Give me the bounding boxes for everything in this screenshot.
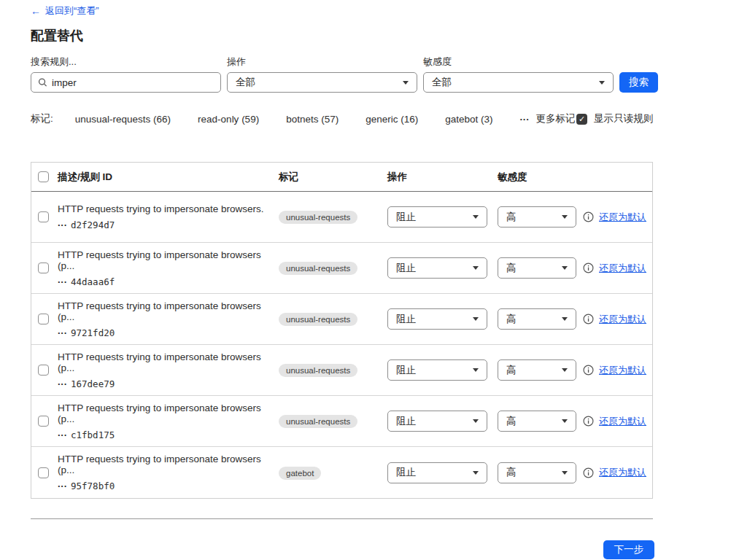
select-all-checkbox[interactable] — [38, 171, 49, 182]
row-checkbox[interactable] — [38, 314, 49, 324]
restore-default-link[interactable]: 还原为默认 — [599, 313, 646, 326]
rule-id-dots-icon[interactable]: ··· — [58, 378, 67, 389]
rule-sensitivity-select[interactable]: 高 — [498, 308, 576, 330]
info-icon[interactable] — [583, 211, 594, 222]
rule-tag-pill[interactable]: unusual-requests — [279, 262, 357, 275]
sensitivity-filter-select[interactable]: 全部 — [423, 72, 614, 93]
rule-action-value: 阻止 — [396, 262, 416, 275]
rule-action-value: 阻止 — [396, 364, 416, 377]
more-tags-button[interactable]: ··· 更多标记 — [520, 112, 576, 125]
rule-tag-pill[interactable]: unusual-requests — [279, 211, 357, 224]
rule-tag-pill[interactable]: gatebot — [279, 467, 321, 480]
tag-filter-read-only[interactable]: read-only (59) — [198, 114, 259, 125]
rule-id: 44daaa6f — [71, 276, 115, 287]
row-checkbox[interactable] — [38, 365, 49, 376]
rule-sensitivity-select[interactable]: 高 — [498, 411, 576, 432]
show-readonly-label: 显示只读规则 — [594, 112, 653, 125]
restore-default-link[interactable]: 还原为默认 — [599, 364, 646, 377]
rule-sensitivity-value: 高 — [506, 466, 517, 479]
rule-action-cell: 阻止 — [387, 462, 498, 483]
rule-description-cell: HTTP requests trying to impersonate brow… — [58, 351, 279, 389]
restore-default-link[interactable]: 还原为默认 — [599, 211, 646, 224]
overflow-dots-icon: ··· — [520, 114, 530, 125]
restore-default-link[interactable]: 还原为默认 — [599, 262, 646, 275]
back-link[interactable]: ← 返回到“查看” — [31, 4, 99, 18]
rule-action-cell: 阻止 — [387, 257, 498, 279]
chevron-down-icon — [562, 215, 568, 219]
action-filter-select[interactable]: 全部 — [227, 72, 417, 93]
header-sensitivity: 敏感度 — [498, 171, 583, 184]
row-checkbox-cell — [31, 416, 58, 427]
rule-sensitivity-select[interactable]: 高 — [498, 206, 576, 228]
search-button[interactable]: 搜索 — [619, 72, 658, 93]
row-checkbox[interactable] — [38, 211, 49, 222]
chevron-down-icon — [562, 471, 568, 475]
action-filter-value: 全部 — [236, 76, 255, 89]
table-row: HTTP requests trying to impersonate brow… — [31, 294, 652, 345]
readonly-checkbox-checked[interactable]: ✓ — [576, 114, 587, 125]
page-container: ← 返回到“查看” 配置替代 搜索规则... 操作 全部 敏感度 — [0, 0, 700, 559]
search-input-box[interactable] — [31, 72, 221, 93]
row-checkbox[interactable] — [38, 262, 49, 273]
rule-action-select[interactable]: 阻止 — [387, 411, 487, 432]
rule-sensitivity-select[interactable]: 高 — [498, 462, 576, 483]
info-icon[interactable] — [583, 314, 594, 324]
next-step-button[interactable]: 下一步 — [603, 540, 655, 559]
rule-id-dots-icon[interactable]: ··· — [58, 276, 67, 287]
chevron-down-icon — [562, 368, 568, 372]
rule-action-select[interactable]: 阻止 — [387, 359, 487, 381]
page-title: 配置替代 — [31, 27, 700, 44]
rule-restore-cell: 还原为默认 — [583, 313, 652, 326]
filter-bar: 搜索规则... 操作 全部 敏感度 全部 搜索 — [31, 55, 700, 93]
tag-filter-gatebot[interactable]: gatebot (3) — [445, 114, 492, 125]
rule-id-dots-icon[interactable]: ··· — [58, 327, 67, 338]
rule-action-select[interactable]: 阻止 — [387, 257, 487, 279]
info-icon[interactable] — [583, 416, 594, 427]
tags-label: 标记: — [31, 112, 53, 125]
restore-default-link[interactable]: 还原为默认 — [599, 415, 646, 428]
rule-id-dots-icon[interactable]: ··· — [58, 429, 67, 440]
rule-sensitivity-select[interactable]: 高 — [498, 359, 576, 381]
rule-id-dots-icon[interactable]: ··· — [58, 481, 67, 491]
rule-tag-cell: unusual-requests — [279, 363, 387, 377]
header-action: 操作 — [387, 171, 498, 184]
tag-filter-botnets[interactable]: botnets (57) — [286, 114, 339, 125]
row-checkbox[interactable] — [38, 467, 49, 478]
rule-sensitivity-select[interactable]: 高 — [498, 257, 576, 279]
search-input[interactable] — [52, 77, 214, 88]
sensitivity-filter-label: 敏感度 — [423, 55, 614, 69]
tag-filter-generic[interactable]: generic (16) — [366, 114, 418, 125]
row-checkbox[interactable] — [38, 416, 49, 427]
rule-action-select[interactable]: 阻止 — [387, 462, 487, 483]
search-icon — [38, 77, 47, 88]
show-readonly-toggle[interactable]: ✓ 显示只读规则 — [576, 112, 653, 125]
footer-bar: 下一步 — [31, 540, 654, 559]
rules-table: 描述/规则 ID 标记 操作 敏感度 HTTP requests trying … — [31, 162, 653, 499]
rule-tag-cell: gatebot — [279, 466, 387, 480]
rule-description: HTTP requests trying to impersonate brow… — [58, 249, 279, 271]
info-icon[interactable] — [583, 467, 594, 478]
rule-sensitivity-cell: 高 — [498, 462, 583, 483]
rule-restore-cell: 还原为默认 — [583, 466, 652, 479]
rule-tag-pill[interactable]: unusual-requests — [279, 415, 357, 428]
rule-tag-pill[interactable]: unusual-requests — [279, 364, 357, 377]
rule-action-select[interactable]: 阻止 — [387, 308, 487, 330]
table-row: HTTP requests trying to impersonate brow… — [31, 447, 652, 498]
header-checkbox-cell — [31, 171, 58, 182]
chevron-down-icon — [473, 317, 479, 321]
rule-sensitivity-value: 高 — [506, 364, 517, 377]
info-icon[interactable] — [583, 365, 594, 376]
tag-filter-unusual-requests[interactable]: unusual-requests (66) — [75, 114, 171, 125]
rule-tag-pill[interactable]: unusual-requests — [279, 313, 357, 326]
rule-sensitivity-cell: 高 — [498, 308, 583, 330]
rule-tag-cell: unusual-requests — [279, 414, 387, 428]
info-icon[interactable] — [583, 262, 594, 273]
rule-tag-cell: unusual-requests — [279, 312, 387, 326]
rule-id-dots-icon[interactable]: ··· — [58, 219, 67, 230]
chevron-down-icon — [562, 317, 568, 321]
rule-id: 167dee79 — [71, 378, 115, 389]
rule-action-select[interactable]: 阻止 — [387, 206, 487, 228]
rule-sensitivity-cell: 高 — [498, 206, 583, 228]
restore-default-link[interactable]: 还原为默认 — [599, 466, 646, 479]
rule-id: c1fbd175 — [71, 429, 115, 440]
